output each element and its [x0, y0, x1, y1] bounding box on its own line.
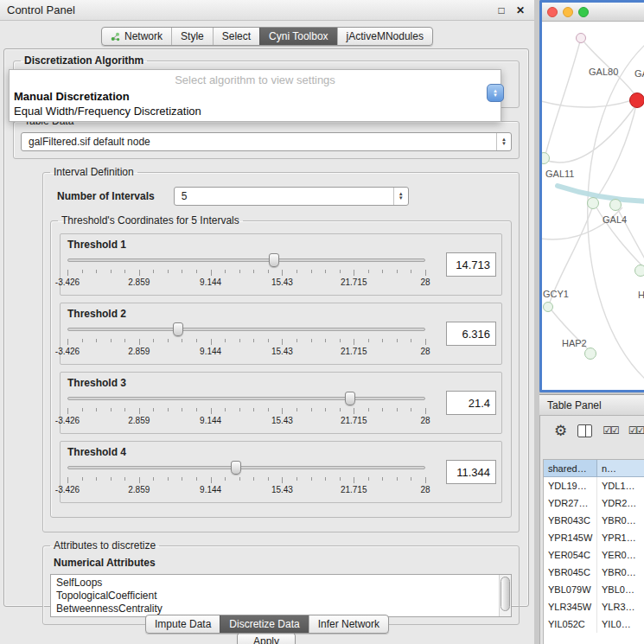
- combo-stepper-icon: ▲▼: [496, 133, 511, 150]
- column-header[interactable]: n…: [597, 460, 644, 476]
- threshold-value-field[interactable]: 21.4: [446, 391, 496, 415]
- attributes-group: Attributes to discretize Numerical Attri…: [42, 539, 520, 625]
- network-window-titlebar: [542, 3, 644, 22]
- table-data-combo[interactable]: galFiltered.sif default node ▲▼: [21, 132, 512, 151]
- tab-select[interactable]: Select: [213, 28, 259, 45]
- table-row[interactable]: YBR045CYBR0…: [544, 564, 644, 581]
- table-header-row[interactable]: shared…n…: [544, 460, 644, 477]
- table-row[interactable]: YER054CYER0…: [544, 546, 644, 564]
- table-row[interactable]: YBR043CYBR0…: [544, 512, 644, 529]
- tab-cyni-toolbox[interactable]: Cyni Toolbox: [259, 28, 336, 45]
- network-node-label: GA: [634, 68, 644, 79]
- control-panel: Control Panel □ ✕ NetworkStyleSelectCyni…: [0, 0, 534, 644]
- algorithm-dropdown-popup: Select algorithm to view settings Manual…: [9, 69, 501, 122]
- close-traffic-light-icon[interactable]: [547, 7, 558, 17]
- slider-thumb[interactable]: [173, 322, 183, 336]
- attribute-item[interactable]: TopologicalCoefficient: [56, 590, 495, 603]
- table-cell: YBR045C: [544, 564, 597, 581]
- table-row[interactable]: YDL19…YDL1…: [544, 477, 644, 494]
- threshold-slider-track[interactable]: [67, 258, 425, 262]
- bottom-tab-bar: Impute DataDiscretize DataInfer Network: [0, 615, 534, 634]
- control-panel-titlebar: Control Panel □ ✕: [0, 0, 534, 21]
- tab-label: Cyni Toolbox: [269, 30, 328, 42]
- table-cell: YDL1…: [597, 477, 644, 494]
- slider-thumb[interactable]: [345, 392, 355, 405]
- threshold-label: Threshold 4: [67, 446, 494, 458]
- table-toolbar: ⚙ ☑☑ ☑☑: [540, 416, 644, 445]
- columns-icon[interactable]: [577, 424, 592, 437]
- algorithm-combo-button[interactable]: ▲▼: [487, 84, 504, 102]
- table-cell: YBL079W: [544, 581, 597, 598]
- threshold-value-field[interactable]: 6.316: [446, 322, 496, 346]
- threshold-value-field[interactable]: 14.713: [446, 252, 496, 277]
- table-row[interactable]: YIL052CYIL0…: [544, 615, 644, 633]
- network-node[interactable]: [629, 92, 644, 108]
- network-view-window: GAL80GAGAL11GAL4HGCY1HAP2: [539, 0, 644, 392]
- tab-label: jActiveMNodules: [347, 30, 424, 42]
- network-node-label: GAL11: [545, 169, 574, 179]
- close-icon[interactable]: ✕: [513, 4, 527, 16]
- tab-infer-network[interactable]: Infer Network: [309, 615, 388, 633]
- network-node[interactable]: [584, 348, 596, 360]
- tab-impute-data[interactable]: Impute Data: [146, 615, 220, 633]
- table-row[interactable]: YDR27…YDR2…: [544, 494, 644, 512]
- algorithm-option[interactable]: Manual Discretization: [10, 89, 501, 104]
- slider-tick-labels: -3.4262.8599.14415.4321.71528: [67, 277, 425, 288]
- gear-icon[interactable]: ⚙: [554, 422, 567, 440]
- table-cell: YDR27…: [544, 494, 597, 512]
- tab-discretize-data[interactable]: Discretize Data: [220, 615, 308, 633]
- table-row[interactable]: YBL079WYBL0…: [544, 581, 644, 598]
- threshold-box: Threshold 1 -3.4262.8599.14415.4321.7152…: [60, 233, 502, 296]
- network-node-label: H: [638, 290, 644, 300]
- apply-button[interactable]: Apply: [237, 632, 296, 644]
- deselect-checkboxes-icon[interactable]: ☑☑: [628, 424, 644, 437]
- table-panel-title: Table Panel: [547, 399, 602, 411]
- zoom-traffic-light-icon[interactable]: [578, 7, 589, 17]
- network-node-label: HAP2: [562, 338, 587, 348]
- network-node[interactable]: [576, 33, 586, 43]
- column-header[interactable]: shared…: [544, 460, 597, 476]
- network-node[interactable]: [543, 302, 553, 312]
- top-tab-bar: NetworkStyleSelectCyni ToolboxjActiveMNo…: [0, 21, 534, 48]
- table-row[interactable]: YLR345WYLR3…: [544, 598, 644, 615]
- table-cell: YDR2…: [597, 494, 644, 512]
- table-row[interactable]: YPR145WYPR1…: [544, 529, 644, 546]
- attribute-item[interactable]: SelfLoops: [56, 577, 495, 590]
- table-cell: YIL052C: [544, 615, 597, 633]
- interval-definition-group: Interval Definition Number of Intervals …: [42, 166, 520, 532]
- threshold-box: Threshold 2 -3.4262.8599.14415.4321.7152…: [60, 303, 502, 365]
- tab-network[interactable]: Network: [102, 28, 171, 45]
- threshold-slider-track[interactable]: [67, 466, 425, 469]
- slider-thumb[interactable]: [231, 461, 241, 475]
- algorithm-option[interactable]: Equal Width/Frequency Discretization: [10, 104, 501, 118]
- node-table: shared…n… YDL19…YDL1…YDR27…YDR2…YBR043CY…: [543, 459, 644, 644]
- minimize-traffic-light-icon[interactable]: [563, 7, 573, 17]
- table-cell: YPR1…: [597, 529, 644, 546]
- slider-thumb[interactable]: [269, 253, 279, 267]
- network-node[interactable]: [609, 199, 622, 211]
- numerical-attributes-label: Numerical Attributes: [54, 557, 512, 569]
- network-canvas[interactable]: GAL80GAGAL11GAL4HGCY1HAP2: [542, 22, 644, 390]
- discretization-algorithm-label: Discretization Algorithm: [21, 54, 147, 67]
- threshold-slider-track[interactable]: [67, 328, 425, 331]
- attribute-item[interactable]: BetweennessCentrality: [56, 603, 495, 615]
- tab-label: Select: [222, 30, 251, 42]
- tab-jactivemnodules[interactable]: jActiveMNodules: [337, 28, 432, 45]
- threshold-slider-track[interactable]: [67, 397, 425, 400]
- float-icon[interactable]: □: [494, 4, 508, 16]
- table-cell: YDL19…: [544, 477, 597, 494]
- threshold-label: Threshold 1: [67, 239, 494, 251]
- tab-style[interactable]: Style: [171, 28, 213, 45]
- threshold-value-field[interactable]: 11.344: [446, 460, 496, 484]
- network-node[interactable]: [587, 197, 599, 209]
- number-of-intervals-combo[interactable]: 5 ▲▼: [174, 187, 409, 206]
- select-all-checkboxes-icon[interactable]: ☑☑: [603, 424, 618, 437]
- list-scrollbar[interactable]: [499, 575, 511, 616]
- attributes-group-label: Attributes to discretize: [50, 539, 159, 552]
- table-cell: YER0…: [597, 546, 644, 564]
- numerical-attributes-list[interactable]: SelfLoopsTopologicalCoefficientBetweenne…: [50, 574, 512, 617]
- tab-label: Style: [181, 30, 204, 42]
- slider-tick-labels: -3.4262.8599.14415.4321.71528: [67, 416, 425, 426]
- table-cell: YBR0…: [597, 512, 644, 529]
- network-node[interactable]: [634, 265, 644, 277]
